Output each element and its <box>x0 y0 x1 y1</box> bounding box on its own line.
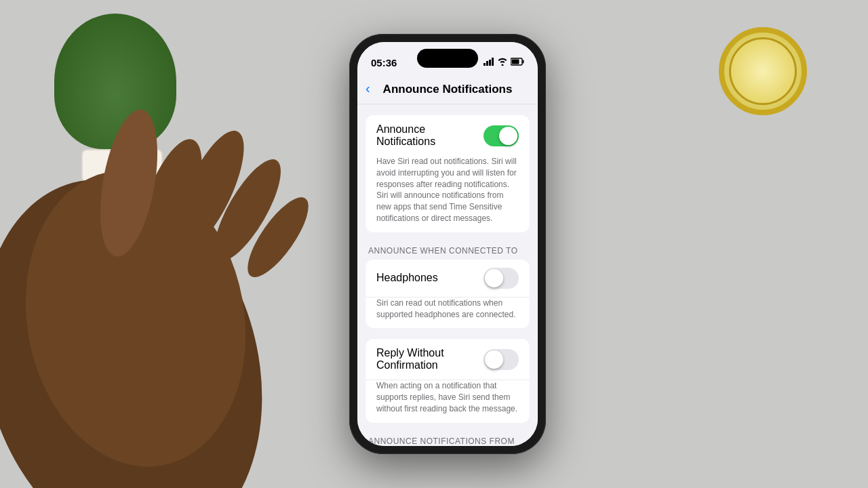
announce-notifications-row: Announce Notifications <box>366 115 530 156</box>
announce-notifications-description: Have Siri read out notifications. Siri w… <box>366 156 530 232</box>
svg-rect-12 <box>523 60 524 63</box>
scroll-content[interactable]: Announce Notifications Have Siri read ou… <box>357 104 538 446</box>
toggle-knob-reply <box>485 350 503 369</box>
status-time: 05:36 <box>371 57 397 68</box>
headphones-label: Headphones <box>376 272 484 284</box>
announce-notifications-toggle[interactable] <box>484 125 519 146</box>
page-title: Announce Notifications <box>383 83 513 96</box>
svg-rect-13 <box>512 59 519 64</box>
headphones-row: Headphones <box>366 260 530 298</box>
svg-rect-7 <box>484 63 486 66</box>
reply-card: Reply Without Confirmation When acting o… <box>366 339 530 422</box>
svg-rect-10 <box>492 58 494 66</box>
nav-back-button[interactable]: ‹ <box>366 82 370 96</box>
reply-description: When acting on a notification that suppo… <box>366 380 530 422</box>
reply-label: Reply Without Confirmation <box>376 347 484 371</box>
svg-rect-8 <box>486 61 488 66</box>
battery-icon <box>511 58 524 68</box>
status-icons <box>484 58 524 68</box>
announce-notifications-label: Announce Notifications <box>376 123 484 148</box>
reply-row: Reply Without Confirmation <box>366 339 530 380</box>
clock-decoration <box>719 27 827 149</box>
connected-section-header: ANNOUNCE WHEN CONNECTED TO <box>357 232 538 260</box>
reply-toggle[interactable] <box>484 349 519 370</box>
headphones-row-left: Headphones <box>376 272 484 284</box>
plant-decoration <box>54 14 190 183</box>
dynamic-island <box>417 49 478 68</box>
back-arrow-icon: ‹ <box>366 81 370 96</box>
status-bar: 05:36 <box>357 42 538 75</box>
signal-icon <box>484 58 494 68</box>
main-toggle-card: Announce Notifications Have Siri read ou… <box>366 115 530 232</box>
nav-bar: ‹ Announce Notifications <box>357 75 538 104</box>
apps-section-header: ANNOUNCE NOTIFICATIONS FROM <box>357 423 538 446</box>
headphones-card: Headphones Siri can read out notificatio… <box>366 260 530 329</box>
phone-screen: 05:36 <box>357 42 538 446</box>
toggle-knob-headphones <box>485 269 503 287</box>
headphones-description: Siri can read out notifications when sup… <box>366 298 530 329</box>
headphones-toggle[interactable] <box>484 268 519 289</box>
phone-frame: 05:36 <box>349 34 546 454</box>
wifi-icon <box>497 58 508 68</box>
reply-row-left: Reply Without Confirmation <box>376 347 484 371</box>
phone-wrapper: 05:36 <box>349 34 546 454</box>
svg-rect-9 <box>489 60 491 66</box>
toggle-knob <box>499 127 517 145</box>
